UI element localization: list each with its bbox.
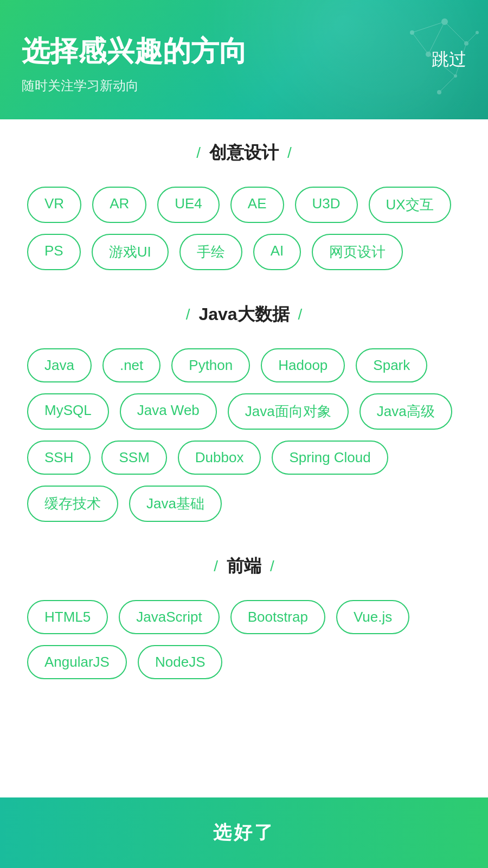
slash-left: / xyxy=(214,558,218,575)
tag-frontend-5[interactable]: NodeJS xyxy=(138,645,223,679)
tag-creative-design-0[interactable]: VR xyxy=(27,187,81,223)
tag-creative-design-5[interactable]: UX交互 xyxy=(369,187,451,223)
page-subtitle: 随时关注学习新动向 xyxy=(22,77,466,94)
tag-creative-design-10[interactable]: 网页设计 xyxy=(312,234,403,270)
slash-right: / xyxy=(287,144,292,162)
sections-container: /创意设计/VRARUE4AEU3DUX交互PS游戏UI手绘AI网页设计/Jav… xyxy=(22,141,466,679)
tag-creative-design-8[interactable]: 手绘 xyxy=(179,234,242,270)
tag-frontend-4[interactable]: AngularJS xyxy=(27,645,127,679)
tag-frontend-2[interactable]: Bootstrap xyxy=(230,600,325,634)
slash-left: / xyxy=(186,306,190,323)
section-title-text: 创意设计 xyxy=(209,141,279,165)
tag-creative-design-3[interactable]: AE xyxy=(230,187,284,223)
tag-creative-design-6[interactable]: PS xyxy=(27,234,81,270)
tag-frontend-1[interactable]: JavaScript xyxy=(119,600,219,634)
confirm-button[interactable]: 选好了 xyxy=(0,797,488,868)
tag-creative-design-1[interactable]: AR xyxy=(92,187,146,223)
tags-container-frontend: HTML5JavaScriptBootstrapVue.jsAngularJSN… xyxy=(22,600,466,679)
slash-right: / xyxy=(298,306,303,323)
tag-java-bigdata-11[interactable]: Dubbox xyxy=(178,441,261,475)
skip-button[interactable]: 跳过 xyxy=(432,48,466,72)
svg-line-11 xyxy=(466,33,477,43)
header: 选择感兴趣的方向 随时关注学习新动向 跳过 xyxy=(0,0,488,119)
section-frontend: /前端/HTML5JavaScriptBootstrapVue.jsAngula… xyxy=(22,554,466,679)
main-content: /创意设计/VRARUE4AEU3DUX交互PS游戏UI手绘AI网页设计/Jav… xyxy=(0,119,488,797)
tag-java-bigdata-10[interactable]: SSM xyxy=(101,441,166,475)
tag-creative-design-4[interactable]: U3D xyxy=(295,187,358,223)
tag-java-bigdata-14[interactable]: Java基础 xyxy=(129,486,222,522)
section-title-creative-design: /创意设计/ xyxy=(22,141,466,165)
tag-java-bigdata-3[interactable]: Hadoop xyxy=(261,348,345,382)
slash-left: / xyxy=(196,144,201,162)
tag-java-bigdata-7[interactable]: Java面向对象 xyxy=(228,393,349,430)
tag-java-bigdata-12[interactable]: Spring Cloud xyxy=(272,441,388,475)
tags-container-java-bigdata: Java.netPythonHadoopSparkMySQLJava WebJa… xyxy=(22,348,466,522)
tag-creative-design-7[interactable]: 游戏UI xyxy=(92,234,169,270)
tag-java-bigdata-1[interactable]: .net xyxy=(102,348,160,382)
section-title-text: 前端 xyxy=(227,554,261,578)
section-java-bigdata: /Java大数据/Java.netPythonHadoopSparkMySQLJ… xyxy=(22,303,466,522)
tag-java-bigdata-9[interactable]: SSH xyxy=(27,441,91,475)
tag-java-bigdata-4[interactable]: Spark xyxy=(356,348,427,382)
tag-java-bigdata-8[interactable]: Java高级 xyxy=(359,393,452,430)
page-title: 选择感兴趣的方向 xyxy=(22,33,466,71)
tag-java-bigdata-5[interactable]: MySQL xyxy=(27,393,109,430)
tag-creative-design-2[interactable]: UE4 xyxy=(157,187,220,223)
section-creative-design: /创意设计/VRARUE4AEU3DUX交互PS游戏UI手绘AI网页设计 xyxy=(22,141,466,270)
section-title-text: Java大数据 xyxy=(198,303,289,327)
tag-java-bigdata-13[interactable]: 缓存技术 xyxy=(27,486,118,522)
slash-right: / xyxy=(270,558,274,575)
tags-container-creative-design: VRARUE4AEU3DUX交互PS游戏UI手绘AI网页设计 xyxy=(22,187,466,270)
tag-creative-design-9[interactable]: AI xyxy=(253,234,301,270)
section-title-frontend: /前端/ xyxy=(22,554,466,578)
tag-java-bigdata-6[interactable]: Java Web xyxy=(120,393,217,430)
tag-frontend-3[interactable]: Vue.js xyxy=(336,600,409,634)
tag-java-bigdata-2[interactable]: Python xyxy=(171,348,250,382)
section-title-java-bigdata: /Java大数据/ xyxy=(22,303,466,327)
tag-java-bigdata-0[interactable]: Java xyxy=(27,348,92,382)
tag-frontend-0[interactable]: HTML5 xyxy=(27,600,108,634)
